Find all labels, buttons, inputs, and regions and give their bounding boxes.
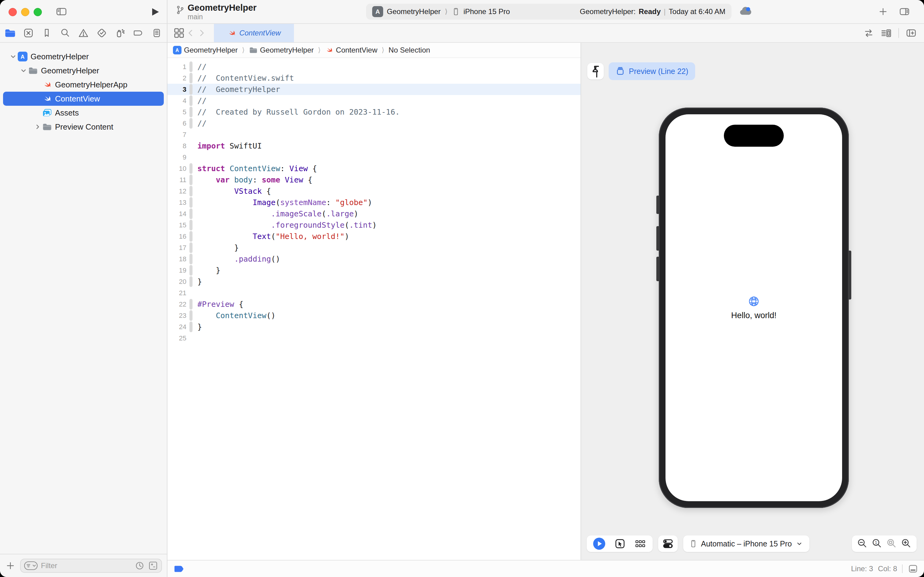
line-number[interactable]: 18 [167,255,187,263]
line-number[interactable]: 16 [167,232,187,240]
breakpoints-navigator-icon[interactable] [133,27,144,39]
go-forward-icon[interactable] [196,27,207,39]
code-text[interactable]: // GeometryHelper [197,85,280,94]
reports-navigator-icon[interactable] [151,27,163,39]
code-line[interactable]: 21 [167,287,581,298]
line-number[interactable]: 1 [167,63,187,71]
code-line[interactable]: 24} [167,321,581,332]
line-number[interactable]: 25 [167,334,187,342]
code-area[interactable]: 1//2// ContentView.swift3// GeometryHelp… [167,58,581,344]
code-line[interactable]: 5// Created by Russell Gordon on 2023-11… [167,106,581,118]
device-screen[interactable]: Hello, world! [665,114,842,501]
code-text[interactable]: Image(systemName: "globe") [197,198,372,207]
breadcrumb-item[interactable]: ContentView [325,46,377,55]
add-editor-icon[interactable] [905,27,917,39]
go-back-icon[interactable] [185,27,196,39]
close-window-button[interactable] [8,8,17,16]
code-text[interactable]: Text("Hello, world!") [197,232,349,241]
line-number[interactable]: 12 [167,187,187,195]
issues-navigator-icon[interactable] [77,27,89,39]
find-navigator-icon[interactable] [59,27,71,39]
line-number[interactable]: 21 [167,289,187,297]
filter-field[interactable]: Filter [20,559,162,573]
line-number[interactable]: 19 [167,266,187,274]
code-line[interactable]: 7 [167,129,581,140]
sidebar-divider[interactable] [167,0,167,577]
code-text[interactable]: // [197,119,206,128]
code-text[interactable]: struct ContentView: View { [197,164,317,173]
code-line[interactable]: 19 } [167,265,581,276]
zoom-actual-size-button[interactable]: 1 [871,538,882,549]
project-navigator-icon[interactable] [4,27,16,39]
recent-files-icon[interactable] [134,561,145,571]
code-line[interactable]: 15 .foregroundStyle(.tint) [167,219,581,231]
selectable-mode-button[interactable] [614,538,626,550]
zoom-out-button[interactable] [857,538,868,549]
zoom-window-button[interactable] [34,8,42,16]
debug-navigator-icon[interactable] [114,27,126,39]
code-text[interactable]: .padding() [197,255,280,263]
code-text[interactable]: } [197,266,220,275]
tests-navigator-icon[interactable] [96,27,108,39]
code-text[interactable]: var body: some View { [197,176,312,184]
zoom-in-button[interactable] [901,538,912,549]
line-number[interactable]: 4 [167,97,187,105]
breadcrumb-item[interactable]: AGeometryHelper [173,46,238,55]
line-number[interactable]: 8 [167,142,187,150]
code-line[interactable]: 16 Text("Hello, world!") [167,231,581,242]
sidebar-toggle-icon[interactable] [56,6,67,17]
code-line[interactable]: 17 } [167,242,581,253]
code-text[interactable]: VStack { [197,187,271,196]
run-destination[interactable]: iPhone 15 Pro [464,7,510,16]
code-text[interactable]: } [197,243,239,252]
line-number[interactable]: 24 [167,323,187,331]
code-text[interactable]: // ContentView.swift [197,74,294,82]
code-line[interactable]: 1// [167,61,581,73]
line-number[interactable]: 7 [167,131,187,139]
line-number[interactable]: 20 [167,278,187,286]
breadcrumb-item[interactable]: No Selection [389,46,430,55]
file-tree-row[interactable]: AGeometryHelper [3,50,164,64]
code-text[interactable]: .imageScale(.large) [197,210,358,218]
tab-contentview[interactable]: ContentView [214,24,294,42]
code-line[interactable]: 18 .padding() [167,253,581,265]
code-line[interactable]: 10struct ContentView: View { [167,163,581,174]
related-items-icon[interactable] [173,27,185,39]
live-preview-button[interactable] [593,537,605,550]
code-line[interactable]: 14 .imageScale(.large) [167,208,581,219]
code-line[interactable]: 25 [167,332,581,344]
line-number[interactable]: 22 [167,300,187,308]
add-file-button[interactable] [5,560,16,571]
editor-layout-icon[interactable] [908,564,919,574]
code-line[interactable]: 13 Image(systemName: "globe") [167,197,581,208]
code-text[interactable]: import SwiftUI [197,142,262,150]
file-tree-row[interactable]: Preview Content [3,120,164,134]
line-number[interactable]: 6 [167,119,187,127]
preview-tab-button[interactable]: Preview (Line 22) [608,62,695,80]
file-tree-row[interactable]: ContentView [3,92,164,106]
line-number[interactable]: 13 [167,199,187,206]
breadcrumb-item[interactable]: GeometryHelper [249,46,314,55]
toolbar-status-pill[interactable]: A GeometryHelper ⟩ iPhone 15 Pro Geometr… [366,4,731,19]
file-tree-row[interactable]: Assets [3,106,164,120]
code-review-icon[interactable] [863,27,874,39]
line-number[interactable]: 15 [167,221,187,229]
line-number[interactable]: 9 [167,153,187,161]
line-number[interactable]: 2 [167,74,187,82]
run-button[interactable] [150,7,160,17]
breakpoint-marker-icon[interactable] [174,566,184,572]
pin-preview-button[interactable] [587,63,604,79]
filter-icon[interactable] [24,561,38,570]
scheme-name[interactable]: GeometryHelper [387,7,441,16]
source-control-navigator-icon[interactable] [23,27,34,39]
code-text[interactable]: ContentView() [197,311,275,320]
disclosure-triangle-icon[interactable] [33,124,42,130]
code-line[interactable]: 20} [167,276,581,287]
line-number[interactable]: 11 [167,176,187,184]
code-line[interactable]: 8import SwiftUI [167,140,581,152]
code-line[interactable]: 9 [167,152,581,163]
code-text[interactable]: #Preview { [197,300,243,309]
code-text[interactable]: .foregroundStyle(.tint) [197,221,377,229]
line-number[interactable]: 3 [167,85,187,93]
line-number[interactable]: 23 [167,312,187,320]
